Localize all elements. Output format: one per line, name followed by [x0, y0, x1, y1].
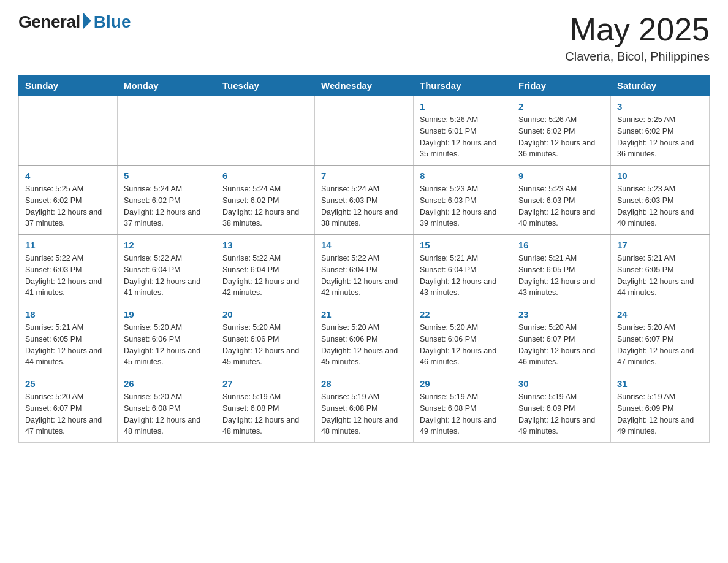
calendar-header: SundayMondayTuesdayWednesdayThursdayFrid…	[19, 75, 710, 96]
day-number: 21	[321, 309, 407, 320]
day-cell: 3Sunrise: 5:25 AMSunset: 6:02 PMDaylight…	[611, 96, 710, 166]
day-cell: 19Sunrise: 5:20 AMSunset: 6:06 PMDayligh…	[118, 304, 216, 373]
logo-blue-text: Blue	[94, 12, 131, 32]
day-cell: 31Sunrise: 5:19 AMSunset: 6:09 PMDayligh…	[611, 373, 710, 443]
day-number: 28	[321, 378, 407, 389]
header-cell-saturday: Saturday	[611, 75, 710, 96]
day-info: Sunrise: 5:19 AMSunset: 6:08 PMDaylight:…	[321, 391, 407, 437]
day-info: Sunrise: 5:24 AMSunset: 6:02 PMDaylight:…	[124, 183, 210, 229]
day-info: Sunrise: 5:19 AMSunset: 6:09 PMDaylight:…	[518, 391, 604, 437]
day-number: 5	[124, 170, 210, 181]
day-number: 24	[617, 309, 703, 320]
day-number: 29	[420, 378, 506, 389]
day-cell: 18Sunrise: 5:21 AMSunset: 6:05 PMDayligh…	[19, 304, 118, 373]
day-info: Sunrise: 5:23 AMSunset: 6:03 PMDaylight:…	[617, 183, 703, 229]
week-row-4: 18Sunrise: 5:21 AMSunset: 6:05 PMDayligh…	[19, 304, 710, 373]
day-info: Sunrise: 5:20 AMSunset: 6:07 PMDaylight:…	[518, 322, 604, 368]
day-info: Sunrise: 5:21 AMSunset: 6:05 PMDaylight:…	[518, 253, 604, 299]
day-cell: 24Sunrise: 5:20 AMSunset: 6:07 PMDayligh…	[611, 304, 710, 373]
day-cell	[315, 96, 414, 166]
day-cell: 6Sunrise: 5:24 AMSunset: 6:02 PMDaylight…	[216, 166, 315, 235]
day-info: Sunrise: 5:22 AMSunset: 6:04 PMDaylight:…	[124, 253, 210, 299]
day-cell	[216, 96, 315, 166]
day-info: Sunrise: 5:26 AMSunset: 6:01 PMDaylight:…	[420, 114, 506, 160]
day-number: 22	[420, 309, 506, 320]
day-cell: 13Sunrise: 5:22 AMSunset: 6:04 PMDayligh…	[216, 235, 315, 304]
day-number: 11	[25, 240, 111, 250]
calendar-body: 1Sunrise: 5:26 AMSunset: 6:01 PMDaylight…	[19, 96, 710, 443]
day-cell: 17Sunrise: 5:21 AMSunset: 6:05 PMDayligh…	[611, 235, 710, 304]
day-info: Sunrise: 5:20 AMSunset: 6:06 PMDaylight:…	[321, 322, 407, 368]
day-info: Sunrise: 5:25 AMSunset: 6:02 PMDaylight:…	[25, 183, 111, 229]
calendar-table: SundayMondayTuesdayWednesdayThursdayFrid…	[18, 75, 710, 443]
day-cell: 8Sunrise: 5:23 AMSunset: 6:03 PMDaylight…	[414, 166, 512, 235]
day-info: Sunrise: 5:24 AMSunset: 6:02 PMDaylight:…	[222, 183, 308, 229]
day-number: 7	[321, 170, 407, 181]
day-info: Sunrise: 5:19 AMSunset: 6:08 PMDaylight:…	[222, 391, 308, 437]
day-cell: 22Sunrise: 5:20 AMSunset: 6:06 PMDayligh…	[414, 304, 512, 373]
day-cell: 20Sunrise: 5:20 AMSunset: 6:06 PMDayligh…	[216, 304, 315, 373]
day-cell	[118, 96, 216, 166]
logo-triangle-icon	[83, 12, 91, 29]
day-info: Sunrise: 5:22 AMSunset: 6:03 PMDaylight:…	[25, 253, 111, 299]
day-cell: 30Sunrise: 5:19 AMSunset: 6:09 PMDayligh…	[512, 373, 611, 443]
day-number: 17	[617, 240, 703, 250]
logo-general-text: General	[18, 12, 80, 32]
day-number: 10	[617, 170, 703, 181]
day-info: Sunrise: 5:22 AMSunset: 6:04 PMDaylight:…	[321, 253, 407, 299]
month-title: May 2025	[565, 12, 710, 47]
header-cell-friday: Friday	[512, 75, 611, 96]
header-cell-tuesday: Tuesday	[216, 75, 315, 96]
day-number: 23	[518, 309, 604, 320]
day-info: Sunrise: 5:22 AMSunset: 6:04 PMDaylight:…	[222, 253, 308, 299]
day-info: Sunrise: 5:20 AMSunset: 6:08 PMDaylight:…	[124, 391, 210, 437]
day-cell	[19, 96, 118, 166]
day-number: 20	[222, 309, 308, 320]
day-info: Sunrise: 5:20 AMSunset: 6:06 PMDaylight:…	[222, 322, 308, 368]
header-cell-monday: Monday	[118, 75, 216, 96]
day-number: 3	[617, 101, 703, 112]
week-row-1: 1Sunrise: 5:26 AMSunset: 6:01 PMDaylight…	[19, 96, 710, 166]
day-cell: 4Sunrise: 5:25 AMSunset: 6:02 PMDaylight…	[19, 166, 118, 235]
day-info: Sunrise: 5:19 AMSunset: 6:09 PMDaylight:…	[617, 391, 703, 437]
day-cell: 26Sunrise: 5:20 AMSunset: 6:08 PMDayligh…	[118, 373, 216, 443]
day-number: 27	[222, 378, 308, 389]
day-number: 13	[222, 240, 308, 250]
day-number: 2	[518, 101, 604, 112]
day-info: Sunrise: 5:20 AMSunset: 6:07 PMDaylight:…	[617, 322, 703, 368]
day-cell: 29Sunrise: 5:19 AMSunset: 6:08 PMDayligh…	[414, 373, 512, 443]
day-cell: 15Sunrise: 5:21 AMSunset: 6:04 PMDayligh…	[414, 235, 512, 304]
day-cell: 14Sunrise: 5:22 AMSunset: 6:04 PMDayligh…	[315, 235, 414, 304]
day-cell: 23Sunrise: 5:20 AMSunset: 6:07 PMDayligh…	[512, 304, 611, 373]
day-info: Sunrise: 5:20 AMSunset: 6:07 PMDaylight:…	[25, 391, 111, 437]
day-cell: 10Sunrise: 5:23 AMSunset: 6:03 PMDayligh…	[611, 166, 710, 235]
day-cell: 1Sunrise: 5:26 AMSunset: 6:01 PMDaylight…	[414, 96, 512, 166]
header-cell-wednesday: Wednesday	[315, 75, 414, 96]
day-number: 1	[420, 101, 506, 112]
day-info: Sunrise: 5:20 AMSunset: 6:06 PMDaylight:…	[420, 322, 506, 368]
day-number: 26	[124, 378, 210, 389]
header-cell-thursday: Thursday	[414, 75, 512, 96]
day-cell: 12Sunrise: 5:22 AMSunset: 6:04 PMDayligh…	[118, 235, 216, 304]
day-info: Sunrise: 5:24 AMSunset: 6:03 PMDaylight:…	[321, 183, 407, 229]
day-info: Sunrise: 5:20 AMSunset: 6:06 PMDaylight:…	[124, 322, 210, 368]
day-cell: 11Sunrise: 5:22 AMSunset: 6:03 PMDayligh…	[19, 235, 118, 304]
day-number: 9	[518, 170, 604, 181]
week-row-3: 11Sunrise: 5:22 AMSunset: 6:03 PMDayligh…	[19, 235, 710, 304]
day-number: 15	[420, 240, 506, 250]
day-number: 30	[518, 378, 604, 389]
day-info: Sunrise: 5:21 AMSunset: 6:05 PMDaylight:…	[617, 253, 703, 299]
title-block: May 2025 Claveria, Bicol, Philippines	[565, 12, 710, 64]
day-number: 12	[124, 240, 210, 250]
day-cell: 16Sunrise: 5:21 AMSunset: 6:05 PMDayligh…	[512, 235, 611, 304]
day-number: 4	[25, 170, 111, 181]
header-row: SundayMondayTuesdayWednesdayThursdayFrid…	[19, 75, 710, 96]
week-row-5: 25Sunrise: 5:20 AMSunset: 6:07 PMDayligh…	[19, 373, 710, 443]
location-title: Claveria, Bicol, Philippines	[565, 50, 710, 64]
day-number: 14	[321, 240, 407, 250]
day-cell: 21Sunrise: 5:20 AMSunset: 6:06 PMDayligh…	[315, 304, 414, 373]
day-cell: 5Sunrise: 5:24 AMSunset: 6:02 PMDaylight…	[118, 166, 216, 235]
day-number: 19	[124, 309, 210, 320]
day-info: Sunrise: 5:25 AMSunset: 6:02 PMDaylight:…	[617, 114, 703, 160]
day-cell: 28Sunrise: 5:19 AMSunset: 6:08 PMDayligh…	[315, 373, 414, 443]
